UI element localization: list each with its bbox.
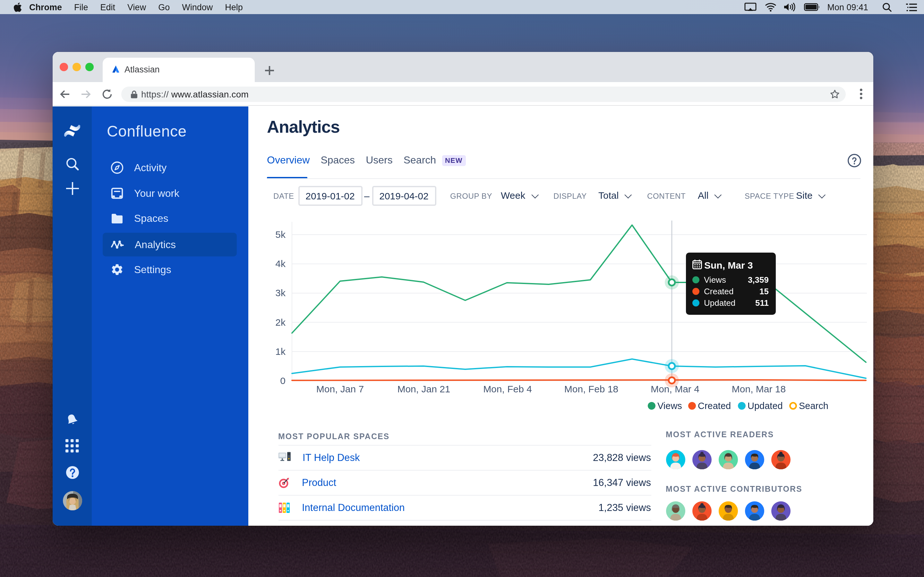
svg-text:4k: 4k — [275, 258, 286, 269]
svg-text:3k: 3k — [275, 287, 286, 298]
svg-text:Created: Created — [698, 400, 730, 411]
svg-text:Search: Search — [798, 400, 828, 411]
svg-text:Mon, Jan 21: Mon, Jan 21 — [397, 384, 450, 394]
svg-text:Mon, Mar 18: Mon, Mar 18 — [732, 384, 785, 394]
svg-text:Mon, Feb 18: Mon, Feb 18 — [564, 384, 618, 394]
svg-text:2k: 2k — [275, 317, 286, 327]
svg-text:Updated: Updated — [747, 400, 782, 411]
svg-text:Mon, Jan 7: Mon, Jan 7 — [316, 384, 363, 394]
svg-text:5k: 5k — [275, 229, 286, 239]
svg-text:0: 0 — [280, 375, 285, 386]
svg-text:1k: 1k — [275, 346, 286, 356]
svg-text:Views: Views — [657, 400, 682, 411]
svg-text:Mon, Feb 4: Mon, Feb 4 — [483, 384, 531, 394]
